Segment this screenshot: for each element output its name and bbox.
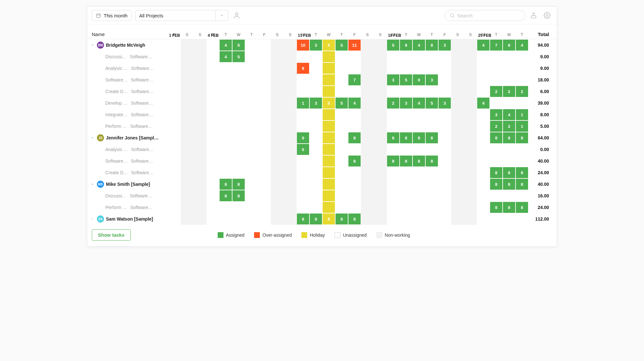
day-cell[interactable] xyxy=(516,74,528,86)
day-cell[interactable] xyxy=(194,178,206,190)
day-cell[interactable] xyxy=(425,62,438,74)
day-cell[interactable] xyxy=(271,109,284,120)
day-cell[interactable] xyxy=(477,213,490,225)
day-cell[interactable] xyxy=(503,62,516,74)
day-cell[interactable]: 5 xyxy=(335,97,348,109)
day-cell[interactable] xyxy=(464,120,477,132)
day-cell[interactable] xyxy=(477,144,490,155)
day-cell[interactable] xyxy=(400,86,412,97)
day-cell[interactable] xyxy=(516,144,528,155)
day-cell[interactable] xyxy=(284,39,297,51)
day-cell[interactable] xyxy=(516,213,528,225)
day-cell[interactable] xyxy=(168,167,181,178)
day-cell[interactable]: 5 xyxy=(232,51,245,62)
day-cell[interactable] xyxy=(400,144,412,155)
day-cell[interactable] xyxy=(348,202,361,213)
day-cell[interactable]: 8 xyxy=(387,132,400,144)
day-cell[interactable] xyxy=(194,109,206,120)
day-cell[interactable]: 5 xyxy=(387,39,400,51)
day-cell[interactable] xyxy=(245,109,258,120)
day-cell[interactable] xyxy=(284,109,297,120)
day-cell[interactable]: 1 xyxy=(516,109,528,120)
day-cell[interactable] xyxy=(168,178,181,190)
day-cell[interactable]: 4 xyxy=(412,97,425,109)
day-cell[interactable] xyxy=(361,39,374,51)
day-cell[interactable]: 1 xyxy=(516,120,528,132)
row-name-cell[interactable]: MSMike Smith [Sample] xyxy=(87,178,168,190)
day-cell[interactable] xyxy=(258,62,271,74)
day-cell[interactable] xyxy=(245,144,258,155)
day-cell[interactable]: 10 xyxy=(297,39,309,51)
day-cell[interactable] xyxy=(219,97,232,109)
day-cell[interactable] xyxy=(425,120,438,132)
day-cell[interactable] xyxy=(464,74,477,86)
day-cell[interactable] xyxy=(181,144,194,155)
day-cell[interactable] xyxy=(194,144,206,155)
day-cell[interactable] xyxy=(464,97,477,109)
day-cell[interactable]: 8 xyxy=(232,178,245,190)
day-cell[interactable] xyxy=(335,74,348,86)
day-cell[interactable] xyxy=(284,97,297,109)
day-cell[interactable] xyxy=(425,86,438,97)
day-cell[interactable]: 8 xyxy=(425,132,438,144)
day-cell[interactable] xyxy=(245,51,258,62)
day-cell[interactable] xyxy=(361,213,374,225)
day-cell[interactable]: 2 xyxy=(503,86,516,97)
day-cell[interactable] xyxy=(348,86,361,97)
day-cell[interactable] xyxy=(309,190,322,202)
day-cell[interactable] xyxy=(335,120,348,132)
day-cell[interactable] xyxy=(425,178,438,190)
people-filter-button[interactable] xyxy=(232,10,242,21)
day-cell[interactable] xyxy=(348,144,361,155)
day-cell[interactable] xyxy=(194,86,206,97)
day-cell[interactable] xyxy=(232,132,245,144)
day-cell[interactable] xyxy=(258,74,271,86)
day-cell[interactable]: 8 xyxy=(348,132,361,144)
day-cell[interactable] xyxy=(309,86,322,97)
day-cell[interactable] xyxy=(387,167,400,178)
day-cell[interactable] xyxy=(335,167,348,178)
day-cell[interactable] xyxy=(309,155,322,167)
day-cell[interactable] xyxy=(477,178,490,190)
day-cell[interactable] xyxy=(232,62,245,74)
day-cell[interactable] xyxy=(181,62,194,74)
day-cell[interactable] xyxy=(219,202,232,213)
day-cell[interactable] xyxy=(271,51,284,62)
day-cell[interactable]: 3 xyxy=(425,74,438,86)
day-cell[interactable] xyxy=(361,132,374,144)
day-cell[interactable] xyxy=(477,190,490,202)
day-cell[interactable] xyxy=(335,86,348,97)
day-cell[interactable] xyxy=(438,132,451,144)
day-cell[interactable] xyxy=(232,167,245,178)
day-cell[interactable] xyxy=(477,86,490,97)
day-cell[interactable] xyxy=(232,155,245,167)
day-cell[interactable] xyxy=(451,120,464,132)
day-cell[interactable] xyxy=(464,190,477,202)
day-cell[interactable] xyxy=(245,167,258,178)
day-cell[interactable] xyxy=(168,51,181,62)
day-cell[interactable] xyxy=(271,155,284,167)
day-cell[interactable] xyxy=(374,167,387,178)
day-cell[interactable] xyxy=(258,155,271,167)
day-cell[interactable] xyxy=(258,144,271,155)
row-name-cell[interactable]: BMBridgette McVeigh xyxy=(87,39,168,51)
day-cell[interactable] xyxy=(219,167,232,178)
day-cell[interactable] xyxy=(374,132,387,144)
day-cell[interactable] xyxy=(245,39,258,51)
search-input[interactable] xyxy=(457,13,520,18)
day-cell[interactable] xyxy=(181,155,194,167)
day-cell[interactable] xyxy=(348,190,361,202)
day-cell[interactable] xyxy=(451,86,464,97)
day-cell[interactable] xyxy=(451,109,464,120)
day-cell[interactable] xyxy=(490,97,503,109)
day-cell[interactable] xyxy=(284,167,297,178)
day-cell[interactable] xyxy=(412,62,425,74)
day-cell[interactable]: 8 xyxy=(425,39,438,51)
day-cell[interactable]: 8 xyxy=(309,213,322,225)
day-cell[interactable] xyxy=(374,190,387,202)
day-cell[interactable] xyxy=(335,51,348,62)
day-cell[interactable] xyxy=(284,144,297,155)
day-cell[interactable] xyxy=(245,120,258,132)
day-cell[interactable] xyxy=(309,167,322,178)
day-cell[interactable]: 8 xyxy=(516,132,528,144)
